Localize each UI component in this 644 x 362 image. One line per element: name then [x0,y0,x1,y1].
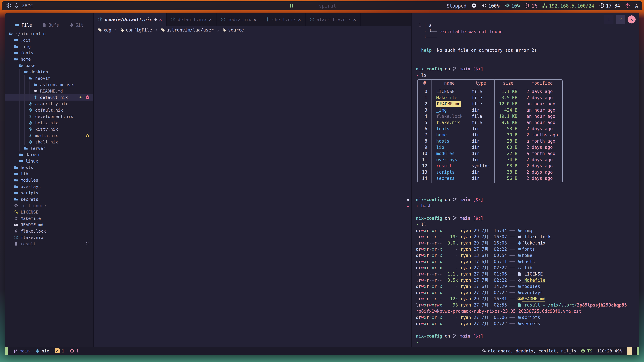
tree-item-~/nix-config[interactable]: ~/nix-config [5,30,94,37]
tree-item-.gitignore[interactable]: .gitignore [5,202,94,209]
buffer-tab-media.nix[interactable]: media.nix× [216,13,261,26]
statusline-treesitter-status: TS [581,349,592,354]
statusline: mainnix11 alejandra, deadnix, copilot, n… [5,347,639,355]
closecircle-icon[interactable] [85,95,90,100]
statusbar-module-media-status[interactable]: Stopped [446,3,466,9]
circledot-icon [581,349,585,354]
statusbar-module-network-address[interactable]: 192.168.5.100/24 [542,3,594,8]
tree-item-flake.nix[interactable]: flake.nix [5,234,94,241]
close-buffer-icon[interactable]: × [298,17,301,22]
tree-item-label: result [21,242,36,246]
folder-open-icon [8,32,14,36]
tree-item-darwin[interactable]: darwin [5,151,94,158]
chip-icon [525,3,530,8]
file-tree: ~/nix-config.git_imgfontshomebasedesktop… [5,30,94,247]
buffer-tab-neovim/default.nix[interactable]: neovim/default.nix× [94,13,167,26]
buffer-tab-default.nix[interactable]: default.nix× [167,13,216,26]
tree-item-LICENSE[interactable]: LICENSE [5,209,94,215]
statusbar-module-stop-icon[interactable] [472,3,476,8]
breadcrumb-item[interactable]: source [222,27,244,32]
terminal-pane[interactable]: 12✕ 1 │ a · ╰── executable was not found… [412,13,639,347]
sidebar-tab-bufs[interactable]: Bufs [42,23,59,28]
tree-item-label: secrets [21,197,38,202]
tag-icon [120,27,124,32]
tabpage-1[interactable]: 1 [604,15,614,24]
tree-item-base[interactable]: base [5,62,94,69]
tree-item-label: LICENSE [21,210,38,215]
statusbar-module-volume[interactable]: 100% [482,3,500,8]
tree-item-label: README.md [21,222,43,227]
file-name: home [436,132,447,137]
tree-item-server[interactable]: server [5,145,94,151]
tree-item-alacritty.nix[interactable]: alacritty.nix [5,100,94,107]
tree-item-Makefile[interactable]: Makefile [5,215,94,222]
tag-icon [222,27,226,32]
tree-item-linux[interactable]: linux [5,158,94,164]
tree-item-result[interactable]: result [5,241,94,247]
tree-item-label: fonts [21,50,33,55]
file-name: _img [436,108,447,113]
breadcrumb-item[interactable]: configFile [120,27,152,32]
statusbar-module-memory-usage[interactable]: 10% [505,3,520,8]
breadcrumb-item[interactable]: astronvim/lua/user [161,27,214,32]
tree-item-fonts[interactable]: fonts [5,50,94,56]
tree-item-neovim[interactable]: neovim [5,75,94,81]
statusbar-module-cpu-usage[interactable]: 1% [525,3,537,8]
tree-item-overlays[interactable]: overlays [5,183,94,190]
tree-item-flake.lock[interactable]: flake.lock [5,228,94,234]
tree-item-README.md[interactable]: README.md [5,88,94,94]
tree-item-helix.nix[interactable]: helix.nix [5,120,94,126]
dot-icon [79,95,82,100]
terminal-line: drwxr-xr-x - ryan 27 7月 02:22 ── lib [416,265,639,271]
breadcrumb-item[interactable]: xdg [98,27,111,32]
buffer-tab-label: neovim/default.nix [105,17,152,22]
tree-item-lib[interactable]: lib [5,171,94,177]
code-area[interactable] [94,34,411,347]
close-buffer-icon[interactable]: × [353,17,356,22]
folder-open-icon [13,57,19,61]
statusbar-module-power[interactable] [625,3,630,8]
tree-item-default.nix[interactable]: default.nix [5,94,94,100]
tree-item-home[interactable]: home [5,56,94,62]
statusline-mode-indicator-right [636,347,639,355]
media-pause-icon[interactable] [289,3,294,9]
file-name: lib [436,145,444,150]
tree-item-scripts[interactable]: scripts [5,190,94,196]
tree-item-shell.nix[interactable]: shell.nix [5,139,94,145]
close-buffer-icon[interactable]: × [254,17,256,22]
folder-open-icon [518,253,522,258]
sidebar-tab-file[interactable]: File [15,23,32,28]
folder-icon [18,159,24,163]
table-header-modified: modified [522,80,562,87]
statusbar-module-clock[interactable]: 17:34 [599,3,620,8]
statusbar-module-keyboard-layout[interactable]: A [635,3,638,9]
table-row: 2README.mdfile12.0 KBan hour ago [418,101,562,107]
system-bar: 28°C spiral Stopped100%10%1%192.168.5.10… [2,1,642,10]
tree-item-development.nix[interactable]: development.nix [5,113,94,120]
scrollbar-marks[interactable] [407,34,410,347]
close-buffer-icon[interactable]: × [209,17,212,22]
tree-item-README.md[interactable]: README.md [5,222,94,228]
chevron-right-icon [216,27,220,32]
tree-item-_img[interactable]: _img [5,43,94,50]
snowflake-icon [13,236,19,240]
tree-item-modules[interactable]: modules [5,177,94,183]
close-tabpage-icon[interactable]: ✕ [628,15,636,23]
buffer-tab-alacritty.nix[interactable]: alacritty.nix× [306,13,360,26]
tree-item-hosts[interactable]: hosts [5,164,94,171]
tree-item-secrets[interactable]: secrets [5,196,94,202]
tree-item-kitty.nix[interactable]: kitty.nix [5,126,94,132]
tree-item-.git[interactable]: .git [5,37,94,43]
tree-item-astronvim_user[interactable]: astronvim_user [5,81,94,88]
tree-item-desktop[interactable]: desktop [5,69,94,75]
buffer-tab-shell.nix[interactable]: shell.nix× [261,13,306,26]
tree-item-label: flake.lock [21,229,46,234]
tree-item-media.nix[interactable]: media.nix [5,132,94,139]
tabpage-2[interactable]: 2 [616,15,625,24]
tree-item-label: default.nix [35,108,63,113]
statusline-diagnostic-warnings: 1 [55,348,64,354]
tree-item-default.nix[interactable]: default.nix [5,107,94,113]
network-address-text: 192.168.5.100/24 [549,3,594,9]
sidebar-tab-git[interactable]: Git [69,23,83,28]
close-buffer-icon[interactable]: × [159,17,162,22]
